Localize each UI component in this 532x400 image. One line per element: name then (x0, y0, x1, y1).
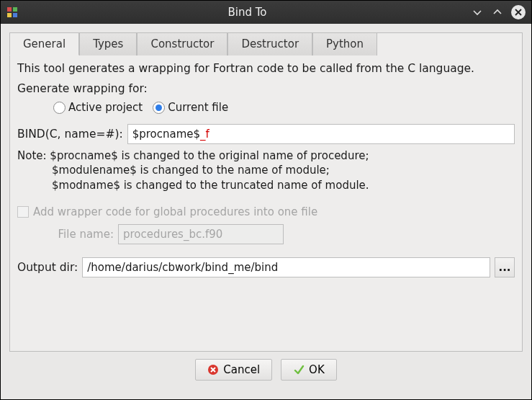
note-line1: $procname$ is changed to the original na… (50, 149, 369, 162)
browse-button[interactable]: ... (495, 257, 515, 277)
filename-row: File name: procedures_bc.f90 (36, 224, 515, 244)
tab-constructor[interactable]: Constructor (137, 32, 227, 55)
filename-value: procedures_bc.f90 (123, 228, 222, 241)
ok-button[interactable]: OK (281, 359, 337, 381)
note-prefix: Note: (17, 149, 50, 162)
titlebar: Bind To (1, 1, 531, 24)
note-line3: $modname$ is changed to the truncated na… (52, 179, 369, 192)
tab-types[interactable]: Types (79, 32, 137, 55)
note-block: Note: $procname$ is changed to the origi… (17, 148, 515, 192)
bind-value-base: $procname$ (132, 128, 200, 141)
cancel-icon (207, 364, 219, 375)
tab-bar: General Types Constructor Destructor Pyt… (9, 32, 377, 55)
tab-destructor[interactable]: Destructor (227, 32, 312, 55)
radio-current-label: Current file (168, 101, 228, 114)
minimize-icon[interactable] (471, 6, 484, 19)
radio-current-file[interactable]: Current file (153, 101, 228, 114)
dialog-window: Bind To General Types Constructor Destru… (0, 0, 532, 400)
radio-active-project[interactable]: Active project (53, 101, 143, 114)
cancel-label: Cancel (223, 363, 260, 376)
general-panel: This tool generates a wrapping for Fortr… (10, 33, 522, 351)
description-text: This tool generates a wrapping for Fortr… (17, 62, 515, 75)
generate-radio-group: Active project Current file (53, 101, 515, 114)
svg-rect-2 (7, 13, 12, 17)
dialog-buttons: Cancel OK (9, 352, 523, 391)
bind-value-suffix: _f (200, 128, 209, 141)
ok-icon (293, 364, 305, 375)
ok-label: OK (309, 363, 325, 376)
window-controls (471, 5, 526, 19)
tab-python[interactable]: Python (312, 32, 377, 55)
note-line2: $modulename$ is changed to the name of m… (52, 164, 330, 177)
svg-rect-1 (13, 7, 17, 12)
svg-rect-0 (7, 7, 12, 12)
generate-label: Generate wrapping for: (17, 82, 148, 95)
add-wrapper-row: Add wrapper code for global procedures i… (17, 205, 515, 218)
filename-input: procedures_bc.f90 (118, 224, 284, 244)
maximize-icon[interactable] (491, 6, 504, 19)
output-row: Output dir: /home/darius/cbwork/bind_me/… (17, 257, 515, 277)
radio-active-label: Active project (68, 101, 143, 114)
content-area: General Types Constructor Destructor Pyt… (1, 24, 531, 399)
cancel-button[interactable]: Cancel (195, 359, 272, 381)
app-icon (6, 6, 18, 18)
filename-label: File name: (36, 228, 114, 241)
radio-icon (53, 102, 66, 114)
browse-label: ... (498, 261, 510, 274)
output-dir-input[interactable]: /home/darius/cbwork/bind_me/bind (82, 257, 490, 277)
add-wrapper-label: Add wrapper code for global procedures i… (33, 205, 317, 218)
output-label: Output dir: (17, 261, 78, 274)
bind-label: BIND(C, name=#): (17, 128, 123, 141)
close-icon[interactable] (511, 5, 526, 19)
bind-name-input[interactable]: $procname$_f (127, 124, 515, 144)
svg-rect-3 (13, 13, 17, 17)
checkbox-icon[interactable] (17, 206, 29, 218)
output-dir-value: /home/darius/cbwork/bind_me/bind (87, 261, 278, 274)
tab-general[interactable]: General (9, 32, 79, 55)
radio-icon (153, 102, 165, 114)
tab-container: General Types Constructor Destructor Pyt… (9, 32, 523, 352)
window-title: Bind To (24, 6, 471, 19)
